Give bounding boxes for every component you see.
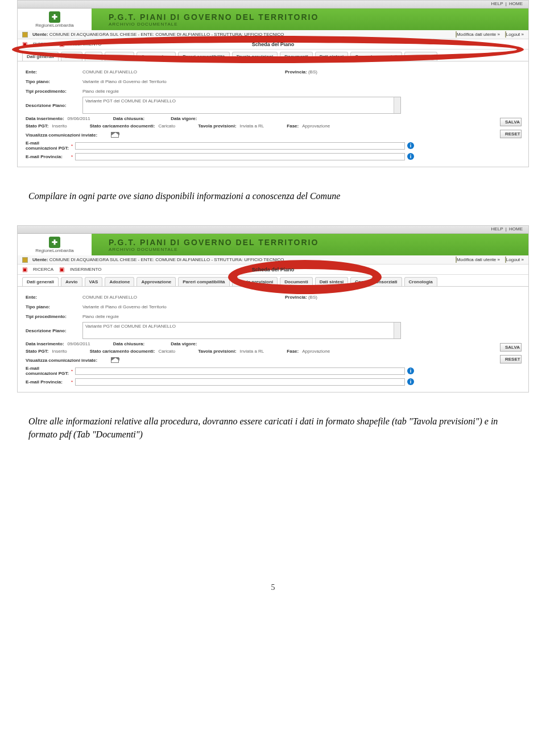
tipiproc-value: Piano delle regole (82, 314, 119, 319)
tab-approvazione[interactable]: Approvazione (136, 277, 176, 286)
descrizione-textarea[interactable]: Variante PGT del COMUNE DI ALFIANELLO (82, 97, 401, 114)
datavig-label: Data vigore: (171, 341, 197, 346)
user-icon (22, 257, 28, 263)
provincia-value: (BS) (308, 295, 317, 300)
caption-2: Oltre alle informazioni relative alla pr… (28, 415, 518, 441)
provincia-label: Provincia: (285, 295, 307, 300)
descrizione-textarea[interactable]: Variante PGT del COMUNE DI ALFIANELLO (82, 322, 401, 339)
info-icon[interactable]: i (407, 142, 414, 149)
tabstrip: Dati generali Avvio VAS Adozione Approva… (18, 275, 528, 287)
tab-documenti[interactable]: Documenti (280, 277, 312, 286)
home-link[interactable]: HOME (509, 1, 523, 6)
logout-link[interactable]: Logout » (506, 257, 524, 262)
mail-icon[interactable] (111, 132, 119, 138)
tab-dati-sintesi[interactable]: Dati sintesi (315, 277, 349, 286)
region-label: RegioneLombardia (35, 248, 74, 253)
emprov-label: E-mail Provincia: (26, 379, 71, 385)
app-subtitle: ARCHIVIO DOCUMENTALE (109, 22, 528, 27)
empgt-input[interactable] (75, 367, 405, 375)
info-icon[interactable]: i (407, 378, 414, 385)
caption-1: Compilare in ogni parte ove siano dispon… (28, 190, 518, 203)
tab-approvazione[interactable]: Approvazione (136, 52, 176, 61)
tab-documenti[interactable]: Documenti (280, 52, 312, 61)
navbar: ▣ RICERCA ▣ INSERIMENTO Scheda del Piano (18, 265, 528, 275)
reset-button[interactable]: RESET (500, 355, 522, 363)
home-link[interactable]: HOME (509, 226, 523, 232)
salva-button[interactable]: SALVA (500, 343, 522, 352)
empgt-label: E-mail comunicazioni PGT: (26, 141, 71, 151)
logo-block: ✚ RegioneLombardia (18, 234, 92, 255)
topbar: HELP | HOME (18, 1, 528, 9)
tipopiano-value: Variante di Piano di Governo del Territo… (82, 79, 167, 84)
tab-dati-generali[interactable]: Dati generali (22, 52, 59, 61)
salva-button[interactable]: SALVA (500, 118, 522, 126)
screenshot-1: HELP | HOME ✚ RegioneLombardia P.G.T. PI… (17, 0, 529, 167)
statocaric-value: Caricato (158, 349, 175, 354)
emprov-input[interactable] (75, 153, 405, 160)
utente-label: Utente: (32, 257, 48, 262)
page-number: 5 (0, 583, 546, 604)
info-icon[interactable]: i (407, 367, 414, 374)
userbar: Utente: COMUNE DI ACQUANEGRA SUL CHIESE … (18, 30, 528, 39)
statocaric-value: Caricato (158, 123, 175, 129)
datachiu-label: Data chiusura: (113, 341, 145, 346)
scrollbar-icon[interactable] (394, 97, 400, 113)
app-title: P.G.T. PIANI DI GOVERNO DEL TERRITORIO (109, 238, 528, 247)
tab-avvio[interactable]: Avvio (61, 52, 82, 61)
viscom-label: Visualizza comunicazioni inviate: (26, 133, 111, 138)
tab-pareri[interactable]: Pareri compatibilità (178, 277, 229, 286)
ente-value: COMUNE DI ALFIANELLO (82, 69, 137, 75)
tab-avvio[interactable]: Avvio (61, 277, 82, 286)
empgt-input[interactable] (75, 142, 405, 150)
scheda-title: Scheda del Piano (18, 42, 528, 47)
tab-comuni-consorziati[interactable]: Comuni consorziati (350, 52, 402, 61)
help-link[interactable]: HELP (491, 1, 503, 6)
tab-cronologia[interactable]: Cronologia (404, 277, 437, 286)
tab-adozione[interactable]: Adozione (105, 277, 134, 286)
tab-pareri[interactable]: Pareri compatibilità (178, 52, 229, 61)
statocaric-label: Stato caricamento documenti: (90, 123, 155, 129)
tab-dati-generali[interactable]: Dati generali (22, 277, 59, 286)
modifica-dati-link[interactable]: Modifica dati utente » (457, 32, 500, 37)
tab-dati-sintesi[interactable]: Dati sintesi (315, 52, 349, 61)
descrizione-label: Descrizione Piano: (26, 328, 82, 333)
tavprev-label: Tavola previsioni: (198, 123, 236, 129)
emprov-input[interactable] (75, 378, 405, 386)
mail-icon[interactable] (111, 357, 119, 363)
scheda-title: Scheda del Piano (18, 267, 528, 272)
tab-cronologia[interactable]: Cronologia (404, 52, 437, 61)
utente-value: COMUNE DI ACQUANEGRA SUL CHIESE - ENTE: … (49, 257, 284, 262)
topbar: HELP | HOME (18, 226, 528, 234)
help-link[interactable]: HELP (491, 226, 503, 232)
tab-tavola-previsioni[interactable]: Tavola previsioni (232, 52, 278, 61)
info-icon[interactable]: i (407, 153, 414, 160)
tab-comuni-consorziati[interactable]: Comuni consorziati (350, 277, 402, 286)
logout-link[interactable]: Logout » (506, 32, 524, 37)
tab-vas[interactable]: VAS (85, 277, 103, 286)
tavprev-value: Inviata a RL (240, 123, 264, 129)
header: ✚ RegioneLombardia P.G.T. PIANI DI GOVER… (18, 234, 528, 255)
tipopiano-value: Variante di Piano di Governo del Territo… (82, 304, 167, 309)
screenshot-2: HELP | HOME ✚ RegioneLombardia P.G.T. PI… (17, 225, 529, 393)
reset-button[interactable]: RESET (500, 130, 522, 138)
tab-tavola-previsioni[interactable]: Tavola previsioni (232, 277, 278, 286)
logo-icon: ✚ (49, 237, 60, 248)
tab-vas[interactable]: VAS (85, 52, 103, 61)
descrizione-label: Descrizione Piano: (26, 103, 82, 108)
tipiproc-label: Tipi procedimento: (26, 89, 82, 94)
tipiproc-label: Tipi procedimento: (26, 314, 82, 319)
provincia-label: Provincia: (285, 69, 307, 75)
required-icon: * (71, 369, 73, 374)
scrollbar-icon[interactable] (394, 323, 400, 338)
utente-value: COMUNE DI ACQUANEGRA SUL CHIESE - ENTE: … (49, 32, 284, 37)
provincia-value: (BS) (308, 69, 317, 75)
app-subtitle: ARCHIVIO DOCUMENTALE (109, 247, 528, 252)
datains-value: 09/06/2011 (68, 341, 90, 346)
tab-adozione[interactable]: Adozione (105, 52, 134, 61)
viscom-label: Visualizza comunicazioni inviate: (26, 358, 111, 363)
logo-block: ✚ RegioneLombardia (18, 9, 92, 30)
modifica-dati-link[interactable]: Modifica dati utente » (457, 257, 500, 262)
tipiproc-value: Piano delle regole (82, 89, 119, 94)
descrizione-value: Variante PGT del COMUNE DI ALFIANELLO (85, 324, 176, 329)
emprov-label: E-mail Provincia: (26, 154, 71, 159)
